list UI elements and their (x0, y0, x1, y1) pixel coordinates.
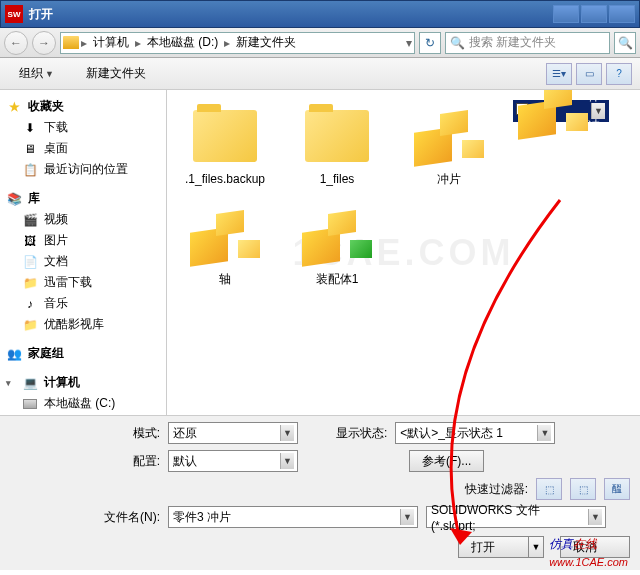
part-icon (190, 208, 260, 264)
star-icon: ★ (6, 99, 22, 115)
library-icon: 📚 (6, 191, 22, 207)
filter-drawings-button[interactable]: 醞 (604, 478, 630, 500)
file-item[interactable]: 装配体1 (289, 200, 385, 290)
file-list[interactable]: 1CAE.COM .1_files.backup1_files冲片✓零件3 冲片… (167, 90, 640, 415)
nav-forward-button[interactable]: → (32, 31, 56, 55)
file-name: .1_files.backup (181, 172, 269, 186)
minimize-button[interactable] (553, 5, 579, 23)
close-button[interactable] (609, 5, 635, 23)
file-name: 零件3 冲片 (588, 90, 600, 147)
search-button[interactable]: 🔍 (614, 32, 636, 54)
help-button[interactable]: ? (606, 63, 632, 85)
computer-icon: 💻 (22, 375, 38, 391)
sidebar-item-drive-c[interactable]: 本地磁盘 (C:) (0, 393, 166, 414)
quick-filter-label: 快速过滤器: (465, 481, 528, 498)
open-button-group: 打开 ▼ (458, 536, 544, 558)
part-icon (302, 208, 372, 264)
drive-icon (23, 399, 37, 409)
part-icon (518, 90, 588, 137)
sidebar-item-pictures[interactable]: 🖼图片 (0, 230, 166, 251)
filter-parts-button[interactable]: ⬚ (536, 478, 562, 500)
document-icon: 📄 (22, 254, 38, 270)
file-item[interactable]: 1_files (289, 100, 385, 190)
sidebar-item-recent[interactable]: 📋最近访问的位置 (0, 159, 166, 180)
sidebar-item-xunlei[interactable]: 📁迅雷下载 (0, 272, 166, 293)
filter-assemblies-button[interactable]: ⬚ (570, 478, 596, 500)
breadcrumb[interactable]: ▸ 计算机 ▸ 本地磁盘 (D:) ▸ 新建文件夹 ▾ (60, 32, 415, 54)
address-bar: ← → ▸ 计算机 ▸ 本地磁盘 (D:) ▸ 新建文件夹 ▾ ↻ 🔍 搜索 新… (0, 28, 640, 58)
folder-icon (193, 110, 257, 162)
references-button[interactable]: 参考(F)... (409, 450, 484, 472)
sidebar-group-homegroup[interactable]: 👥家庭组 (0, 343, 166, 364)
sidebar-item-downloads[interactable]: ⬇下载 (0, 117, 166, 138)
toolbar: 组织▼ 新建文件夹 ☰▾ ▭ ? (0, 58, 640, 90)
preview-pane-button[interactable]: ▭ (576, 63, 602, 85)
open-button[interactable]: 打开 (458, 536, 528, 558)
folder-icon (305, 110, 369, 162)
nav-back-button[interactable]: ← (4, 31, 28, 55)
video-icon: 🎬 (22, 212, 38, 228)
window-title: 打开 (29, 6, 53, 23)
folder-icon: 📁 (22, 317, 38, 333)
open-dropdown-button[interactable]: ▼ (528, 536, 544, 558)
sidebar-item-desktop[interactable]: 🖥桌面 (0, 138, 166, 159)
filename-input[interactable]: 零件3 冲片 (168, 506, 418, 528)
part-icon (414, 108, 484, 164)
sidebar-item-youku[interactable]: 📁优酷影视库 (0, 314, 166, 335)
recent-icon: 📋 (22, 162, 38, 178)
refresh-button[interactable]: ↻ (419, 32, 441, 54)
file-item[interactable]: 轴 (177, 200, 273, 290)
maximize-button[interactable] (581, 5, 607, 23)
sidebar-group-libraries[interactable]: 📚库 (0, 188, 166, 209)
display-state-select[interactable]: <默认>_显示状态 1 (395, 422, 555, 444)
main-area: ★收藏夹 ⬇下载 🖥桌面 📋最近访问的位置 📚库 🎬视频 🖼图片 📄文档 📁迅雷… (0, 90, 640, 415)
sidebar-item-videos[interactable]: 🎬视频 (0, 209, 166, 230)
mode-label: 模式: (10, 425, 160, 442)
file-item[interactable]: ✓零件3 冲片 (513, 100, 609, 122)
sidebar-item-documents[interactable]: 📄文档 (0, 251, 166, 272)
filename-label: 文件名(N): (10, 509, 160, 526)
new-folder-button[interactable]: 新建文件夹 (75, 61, 157, 86)
search-icon: 🔍 (450, 36, 465, 50)
site-watermark: 仿真在线 www.1CAE.com (549, 535, 628, 569)
picture-icon: 🖼 (22, 233, 38, 249)
sidebar: ★收藏夹 ⬇下载 🖥桌面 📋最近访问的位置 📚库 🎬视频 🖼图片 📄文档 📁迅雷… (0, 90, 167, 415)
sidebar-group-favorites[interactable]: ★收藏夹 (0, 96, 166, 117)
title-bar: SW 打开 (0, 0, 640, 28)
file-item[interactable]: 冲片 (401, 100, 497, 190)
file-name: 1_files (293, 172, 381, 186)
desktop-icon: 🖥 (22, 141, 38, 157)
display-state-label: 显示状态: (336, 425, 387, 442)
breadcrumb-segment[interactable]: 计算机 (89, 34, 133, 51)
file-name: 冲片 (405, 172, 493, 186)
mode-select[interactable]: 还原 (168, 422, 298, 444)
config-label: 配置: (10, 453, 160, 470)
filetype-select[interactable]: SOLIDWORKS 文件 (*.sldprt; (426, 506, 606, 528)
folder-icon: 📁 (22, 275, 38, 291)
organize-button[interactable]: 组织▼ (8, 61, 65, 86)
dialog-controls: 模式: 还原 显示状态: <默认>_显示状态 1 配置: 默认 参考(F)...… (0, 415, 640, 570)
folder-icon (63, 36, 79, 49)
app-icon: SW (5, 5, 23, 23)
search-input[interactable]: 🔍 搜索 新建文件夹 (445, 32, 610, 54)
download-icon: ⬇ (22, 120, 38, 136)
file-item[interactable]: .1_files.backup (177, 100, 273, 190)
sidebar-group-computer[interactable]: ▾💻计算机 (0, 372, 166, 393)
homegroup-icon: 👥 (6, 346, 22, 362)
breadcrumb-segment[interactable]: 本地磁盘 (D:) (143, 34, 222, 51)
sidebar-item-music[interactable]: ♪音乐 (0, 293, 166, 314)
window-buttons (551, 5, 635, 23)
file-name: 装配体1 (293, 272, 381, 286)
file-name: 轴 (181, 272, 269, 286)
view-mode-button[interactable]: ☰▾ (546, 63, 572, 85)
breadcrumb-segment[interactable]: 新建文件夹 (232, 34, 300, 51)
search-placeholder: 搜索 新建文件夹 (469, 34, 556, 51)
config-select[interactable]: 默认 (168, 450, 298, 472)
music-icon: ♪ (22, 296, 38, 312)
